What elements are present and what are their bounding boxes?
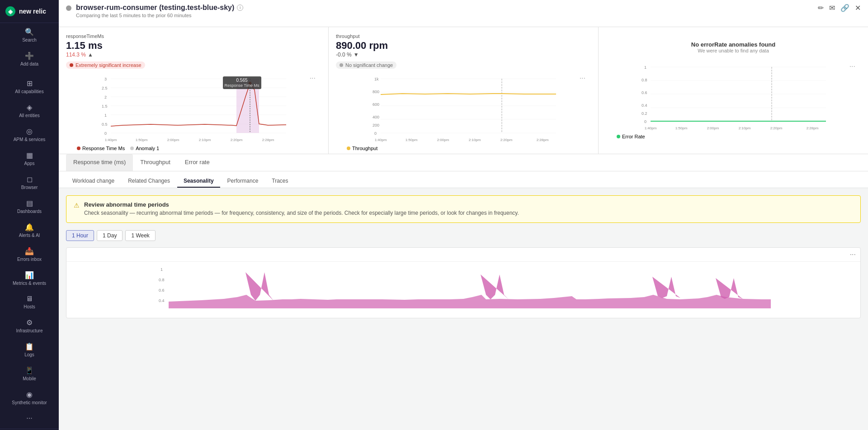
apm-icon: ◎ (26, 127, 33, 136)
capabilities-icon: ⊞ (27, 79, 33, 88)
svg-text:1: 1 (644, 65, 646, 70)
topbar: browser-rum-consumer (testing.test-blue-… (59, 0, 868, 27)
entity-info: browser-rum-consumer (testing.test-blue-… (66, 4, 243, 18)
svg-text:2:28pm: 2:28pm (807, 126, 819, 130)
svg-text:1:40pm: 1:40pm (375, 138, 387, 142)
chart1-more-button[interactable]: ··· (310, 74, 316, 82)
sidebar-item-metrics[interactable]: 📊 Metrics & events (0, 266, 59, 290)
svg-text:1:50pm: 1:50pm (136, 138, 148, 142)
svg-text:0.565: 0.565 (236, 78, 247, 83)
legend-item-response: Response Time Ms (77, 146, 125, 151)
sidebar-item-more[interactable]: ··· (0, 410, 59, 427)
sidebar-label-capabilities: All capabilities (15, 89, 43, 94)
svg-text:1:40pm: 1:40pm (105, 138, 117, 142)
metric-label-1: throughput (336, 33, 591, 39)
more-icon: ··· (26, 414, 32, 422)
sub-tab-performance[interactable]: Performance (221, 175, 265, 188)
svg-text:2:28pm: 2:28pm (537, 138, 549, 142)
tab-error-rate[interactable]: Error rate (178, 154, 217, 171)
time-btn-1week[interactable]: 1 Week (125, 230, 155, 241)
svg-text:2.5: 2.5 (102, 86, 108, 90)
chart2-more-button[interactable]: ··· (580, 74, 585, 82)
svg-text:800: 800 (373, 90, 379, 94)
edit-icon[interactable]: ✏ (818, 4, 824, 12)
sub-tab-workload[interactable]: Workload change (66, 175, 121, 188)
sidebar: ◈ new relic 🔍 Search ➕ Add data ⊞ All ca… (0, 0, 59, 430)
chart3-more-button[interactable]: ··· (849, 62, 855, 71)
entity-info-icon[interactable]: i (237, 5, 243, 11)
content-area: ⚠ Review abnormal time periods Check sea… (59, 188, 868, 430)
tab-throughput[interactable]: Throughput (133, 154, 178, 171)
sidebar-item-apps[interactable]: ▦ Apps (0, 146, 59, 170)
metric-card-error-rate: No errorRate anomalies found We were una… (599, 27, 868, 154)
chart-more-button[interactable]: ··· (850, 250, 856, 259)
sidebar-label-add-data: Add data (20, 61, 38, 66)
apps-icon: ▦ (26, 151, 33, 160)
sidebar-item-logs[interactable]: 📋 Logs (0, 338, 59, 362)
time-btn-1hour[interactable]: 1 Hour (66, 230, 94, 241)
sidebar-item-browser[interactable]: ◻ Browser (0, 170, 59, 194)
entity-subtitle: Comparing the last 5 minutes to the prio… (76, 13, 243, 18)
link-icon[interactable]: 🔗 (840, 4, 849, 12)
metric-change-1: -0.0 % ▼ (336, 52, 591, 58)
sub-tab-seasonality[interactable]: Seasonality (177, 175, 220, 188)
svg-text:0.4: 0.4 (642, 103, 647, 108)
svg-text:0: 0 (374, 131, 377, 136)
logo-icon: ◈ (5, 6, 15, 16)
svg-marker-69 (652, 277, 680, 298)
close-icon[interactable]: ✕ (855, 4, 861, 12)
sub-tab-bar: Workload change Related Changes Seasonal… (59, 171, 868, 188)
mail-icon[interactable]: ✉ (829, 4, 835, 12)
sidebar-item-hosts[interactable]: 🖥 Hosts (0, 290, 59, 314)
entity-status-dot (66, 5, 71, 11)
alert-warning-icon: ⚠ (74, 202, 80, 209)
sub-tab-related[interactable]: Related Changes (122, 175, 176, 188)
tab-response-time[interactable]: Response time (ms) (66, 154, 133, 171)
time-period-buttons: 1 Hour 1 Day 1 Week (66, 230, 861, 241)
sidebar-item-dashboards[interactable]: ▤ Dashboards (0, 194, 59, 218)
svg-text:1:50pm: 1:50pm (406, 138, 418, 142)
svg-text:0.6: 0.6 (642, 90, 647, 95)
alert-banner: ⚠ Review abnormal time periods Check sea… (66, 195, 861, 223)
sidebar-label-entities: All entities (19, 113, 40, 118)
svg-text:0.8: 0.8 (159, 278, 165, 282)
sidebar-item-apm[interactable]: ◎ APM & services (0, 123, 59, 146)
seasonality-chart: 1 0.8 0.6 0.4 (72, 265, 855, 311)
sidebar-item-synthetic[interactable]: ◉ Synthetic monitor (0, 386, 59, 410)
svg-text:400: 400 (373, 115, 379, 119)
svg-marker-66 (169, 295, 771, 308)
logs-icon: 📋 (25, 342, 34, 351)
sidebar-label-apm: APM & services (14, 137, 46, 142)
time-btn-1day[interactable]: 1 Day (97, 230, 123, 241)
chart2-legend: Throughput (340, 144, 587, 154)
svg-marker-68 (481, 274, 509, 299)
metrics-row: responseTimeMs 1.15 ms 114.3 % ▲ Extreme… (59, 27, 868, 154)
error-rate-chart: 1 0.8 0.6 0.4 0.2 0 1:40pm 1:50 (609, 62, 857, 130)
sidebar-item-search[interactable]: 🔍 Search (0, 23, 59, 47)
infrastructure-icon: ⚙ (26, 318, 33, 327)
sidebar-item-errors[interactable]: 📥 Errors inbox (0, 242, 59, 266)
sidebar-item-mobile[interactable]: 📱 Mobile (0, 362, 59, 386)
entities-icon: ◈ (27, 103, 32, 112)
svg-text:0: 0 (104, 131, 107, 136)
sidebar-item-capabilities[interactable]: ⊞ All capabilities (0, 75, 59, 99)
no-anomaly-sub: We were unable to find any data (698, 48, 769, 53)
sidebar-label-browser: Browser (21, 185, 38, 190)
metric-label-0: responseTimeMs (66, 33, 321, 39)
response-time-chart: 3 2.5 2 1.5 1 0.5 0 (70, 74, 317, 142)
sidebar-item-add-data[interactable]: ➕ Add data (0, 47, 59, 71)
alert-description: Check seasonality — recurring abnormal t… (84, 209, 519, 217)
chart-card-header: ··· (66, 248, 860, 262)
svg-text:1:50pm: 1:50pm (675, 126, 688, 130)
svg-text:2:10pm: 2:10pm (739, 126, 751, 130)
svg-text:1:40pm: 1:40pm (645, 126, 657, 130)
svg-text:1.5: 1.5 (102, 104, 108, 109)
sidebar-item-infrastructure[interactable]: ⚙ Infrastructure (0, 314, 59, 338)
sidebar-label-apps: Apps (24, 161, 35, 166)
sidebar-item-entities[interactable]: ◈ All entities (0, 99, 59, 123)
sidebar-item-alerts[interactable]: 🔔 Alerts & AI (0, 218, 59, 242)
tab-bar: Response time (ms) Throughput Error rate (59, 154, 868, 171)
svg-text:2:10pm: 2:10pm (199, 138, 211, 142)
sidebar-label-logs: Logs (24, 352, 34, 357)
sub-tab-traces[interactable]: Traces (265, 175, 294, 188)
